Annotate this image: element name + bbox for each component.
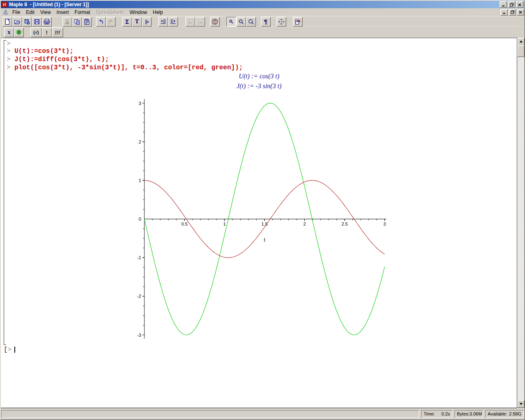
svg-text:-3: -3 xyxy=(137,333,141,338)
context-toolbar: x (√) ! !!! xyxy=(1,27,524,38)
menu-file[interactable]: File xyxy=(9,9,23,16)
main-toolbar: Σ T [> ← → STOP ¶ xyxy=(1,16,524,27)
scrollbar-thumb[interactable] xyxy=(517,45,525,57)
save-icon xyxy=(34,18,40,25)
window-minimize-button[interactable] xyxy=(500,1,507,8)
svg-text:t: t xyxy=(264,237,265,243)
restart-icon xyxy=(294,18,301,25)
svg-text:STOP: STOP xyxy=(213,21,217,23)
zoom-out-button[interactable] xyxy=(246,17,256,27)
document-restore-button[interactable] xyxy=(509,9,516,16)
plot-output[interactable]: 0.511.522.53-3-2-11230t xyxy=(124,96,395,350)
worksheet-icon xyxy=(2,9,9,15)
minimize-icon xyxy=(502,3,505,7)
execute-button[interactable]: ! xyxy=(42,27,52,37)
new-button[interactable] xyxy=(2,17,12,27)
insert-prompt-button[interactable]: [> xyxy=(142,17,152,27)
zoom-out-icon xyxy=(248,18,254,25)
input-line[interactable]: > J(t):=diff(cos(3*t), t); xyxy=(7,55,109,64)
execute-icon: ! xyxy=(46,30,48,36)
execute-all-button[interactable]: !!! xyxy=(52,27,63,37)
restore-icon xyxy=(510,3,514,7)
export-button[interactable] xyxy=(22,17,32,27)
menu-insert[interactable]: Insert xyxy=(54,9,72,16)
window-close-button[interactable] xyxy=(516,1,523,8)
vertical-scrollbar[interactable] xyxy=(517,38,524,408)
menu-format[interactable]: Format xyxy=(72,9,93,16)
svg-text:0: 0 xyxy=(139,217,141,221)
back-button[interactable]: ← xyxy=(185,17,195,27)
input-line[interactable]: > U(t):=cos(3*t); xyxy=(7,47,73,55)
save-button[interactable] xyxy=(32,17,42,27)
input-line[interactable]: > xyxy=(7,40,14,48)
menu-help[interactable]: Help xyxy=(150,9,166,16)
paste-icon xyxy=(84,18,90,25)
worksheet-area[interactable]: > > U(t):=cos(3*t); > J(t):=diff(cos(3*t… xyxy=(1,38,517,408)
copy-button[interactable] xyxy=(72,17,82,27)
forward-arrow-icon: → xyxy=(197,18,203,25)
svg-text:2: 2 xyxy=(304,221,306,226)
input-line[interactable]: > plot([cos(3*t), -3*sin(3*t)], t=0..3, … xyxy=(7,64,243,72)
close-icon xyxy=(518,3,521,7)
maple-leaf-icon xyxy=(16,29,22,36)
x-symbol-icon: x xyxy=(8,29,11,36)
window-title: Maple 8 - [Untitled (1) - [Server 1]] xyxy=(9,2,499,7)
syntax-check-button[interactable]: (√) xyxy=(30,27,42,37)
worksheet-icon xyxy=(2,9,9,15)
new-input-prompt[interactable]: [> xyxy=(4,346,11,354)
math-mode-button[interactable]: Σ xyxy=(122,17,132,27)
undo-button[interactable] xyxy=(96,17,106,27)
inert-math-button[interactable]: x xyxy=(4,27,14,37)
restore-icon xyxy=(511,10,514,14)
output-expression: U(t) := cos(3 t) xyxy=(1,73,517,80)
show-invisibles-button[interactable]: ¶ xyxy=(261,17,271,27)
arrow-up-icon xyxy=(519,40,523,43)
restart-button[interactable] xyxy=(293,17,303,27)
open-icon xyxy=(14,18,21,25)
undo-icon xyxy=(98,18,104,25)
scroll-up-button[interactable] xyxy=(517,38,525,46)
menu-view[interactable]: View xyxy=(37,9,54,16)
zoom-100-button[interactable] xyxy=(226,17,236,27)
maple-evaluate-button[interactable] xyxy=(14,27,24,37)
outdent-icon xyxy=(160,18,167,25)
output-expression: J(t) := -3 sin(3 t) xyxy=(1,82,517,90)
document-minimize-button[interactable] xyxy=(500,9,508,16)
maple-logo-icon xyxy=(2,2,7,7)
svg-text:-2: -2 xyxy=(137,294,141,299)
export-icon xyxy=(24,18,30,25)
print-icon xyxy=(43,18,50,25)
cut-button xyxy=(62,17,72,27)
paste-button[interactable] xyxy=(82,17,92,27)
text-cursor xyxy=(14,347,15,353)
resize-button[interactable] xyxy=(276,17,286,27)
outdent-button[interactable] xyxy=(158,17,168,27)
indent-button[interactable] xyxy=(168,17,178,27)
status-time: Time:0.2s xyxy=(421,410,452,418)
print-button[interactable] xyxy=(42,17,52,27)
title-bar[interactable]: Maple 8 - [Untitled (1) - [Server 1]] xyxy=(1,1,524,8)
open-button[interactable] xyxy=(12,17,22,27)
window-restore-button[interactable] xyxy=(508,1,515,8)
maple-logo-icon xyxy=(2,2,7,7)
arrow-down-icon xyxy=(519,402,523,406)
execute-all-icon: !!! xyxy=(55,30,60,36)
redo-icon xyxy=(107,18,114,25)
text-mode-button[interactable]: T xyxy=(132,17,142,27)
svg-text:0.5: 0.5 xyxy=(181,221,187,226)
svg-text:2.5: 2.5 xyxy=(342,221,348,226)
zoom-100-icon xyxy=(228,18,235,25)
status-bytes: Bytes:3.06M xyxy=(454,410,483,418)
close-icon xyxy=(519,11,522,14)
menu-edit[interactable]: Edit xyxy=(23,9,37,16)
forward-button[interactable]: → xyxy=(195,17,205,27)
pilcrow-icon: ¶ xyxy=(264,18,267,25)
indent-icon xyxy=(170,18,176,25)
menu-window[interactable]: Window xyxy=(127,9,150,16)
document-close-button[interactable] xyxy=(517,9,524,16)
scroll-down-button[interactable] xyxy=(517,400,525,408)
syntax-check-icon: (√) xyxy=(33,30,39,35)
zoom-in-button[interactable] xyxy=(236,17,246,27)
menu-spreadsheet: Spreadsheet xyxy=(93,9,127,16)
insert-prompt-icon: [> xyxy=(145,20,148,24)
